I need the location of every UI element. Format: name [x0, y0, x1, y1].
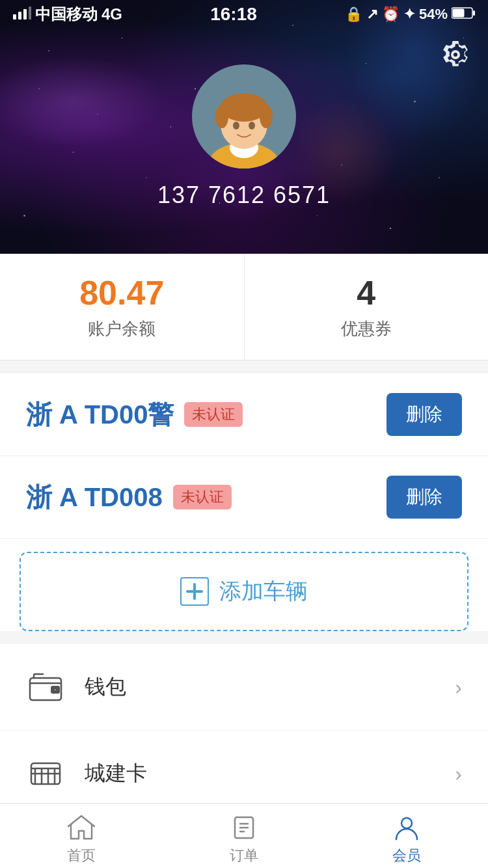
status-left: 中国移动 4G	[13, 4, 122, 25]
svg-point-19	[54, 688, 57, 691]
wallet-arrow: ›	[455, 675, 462, 699]
alarm-icon: ⏰	[382, 6, 400, 23]
hero-section: 137 7612 6571	[0, 0, 488, 254]
vehicle-item-1: 浙 A TD00警 未认证 删除	[0, 373, 488, 456]
balance-amount-label: 账户余额	[88, 318, 156, 340]
svg-point-12	[260, 105, 273, 128]
tab-bar: 首页 订单 会员	[0, 803, 488, 868]
add-vehicle-icon	[180, 577, 209, 606]
battery-icon	[452, 6, 475, 23]
svg-point-13	[233, 122, 239, 129]
add-vehicle-label: 添加车辆	[219, 576, 308, 606]
vehicle-item-2: 浙 A TD008 未认证 删除	[0, 456, 488, 539]
bluetooth-icon: ✦	[403, 6, 415, 23]
add-vehicle-button[interactable]: 添加车辆	[20, 552, 468, 631]
wallet-icon	[26, 668, 65, 707]
citycard-icon	[26, 754, 65, 793]
tab-member-label: 会员	[392, 846, 421, 865]
svg-rect-5	[453, 9, 465, 18]
tab-order[interactable]: 订单	[163, 807, 325, 865]
plate-text-2: 浙 A TD008	[26, 480, 163, 515]
vehicle-plate-2: 浙 A TD008 未认证	[26, 480, 232, 515]
settings-button[interactable]	[436, 35, 475, 74]
tab-member[interactable]: 会员	[325, 807, 488, 865]
tab-home[interactable]: 首页	[0, 807, 163, 865]
vehicle-plate-1: 浙 A TD00警 未认证	[26, 397, 243, 433]
svg-rect-0	[13, 14, 16, 20]
balance-item-amount: 80.47 账户余额	[0, 254, 245, 360]
citycard-label: 城建卡	[85, 759, 455, 788]
coupon-label: 优惠券	[341, 318, 392, 340]
plate-text-1: 浙 A TD00警	[26, 397, 174, 433]
time-display: 16:18	[210, 4, 257, 25]
content-area: 浙 A TD00警 未认证 删除 浙 A TD008 未认证 删除 添加车辆	[0, 373, 488, 868]
svg-point-11	[215, 105, 228, 128]
avatar	[192, 64, 296, 169]
balance-amount: 80.47	[79, 273, 164, 312]
phone-number: 137 7612 6571	[157, 182, 331, 209]
balance-item-coupon: 4 优惠券	[245, 254, 489, 360]
coupon-count: 4	[357, 273, 375, 312]
order-icon	[228, 813, 260, 842]
tab-order-label: 订单	[230, 846, 258, 865]
svg-rect-2	[23, 9, 27, 20]
unverified-badge-1: 未认证	[184, 402, 243, 427]
unverified-badge-2: 未认证	[173, 485, 232, 509]
signal-bars	[13, 5, 31, 23]
status-bar: 中国移动 4G 16:18 🔒 ↗ ⏰ ✦ 54%	[0, 0, 488, 29]
vehicle-section: 浙 A TD00警 未认证 删除 浙 A TD008 未认证 删除 添加车辆	[0, 373, 488, 631]
carrier-label: 中国移动	[35, 4, 98, 25]
tab-home-label: 首页	[67, 846, 96, 865]
network-label: 4G	[102, 5, 122, 23]
battery-label: 54%	[419, 6, 448, 23]
home-icon	[65, 813, 98, 842]
delete-button-1[interactable]: 删除	[386, 393, 462, 436]
member-icon	[390, 813, 423, 842]
svg-point-46	[401, 818, 412, 828]
location-icon: ↗	[366, 6, 378, 23]
delete-button-2[interactable]: 删除	[386, 476, 462, 519]
balance-section: 80.47 账户余额 4 优惠券	[0, 254, 488, 360]
menu-item-wallet[interactable]: 钱包 ›	[0, 644, 488, 731]
status-right: 🔒 ↗ ⏰ ✦ 54%	[345, 6, 475, 23]
svg-rect-16	[186, 590, 203, 593]
lock-icon: 🔒	[345, 6, 362, 23]
svg-rect-6	[473, 10, 475, 16]
wallet-label: 钱包	[85, 673, 455, 701]
svg-point-14	[249, 122, 255, 129]
svg-rect-1	[18, 12, 21, 20]
svg-rect-3	[29, 7, 31, 20]
citycard-arrow: ›	[455, 762, 462, 786]
